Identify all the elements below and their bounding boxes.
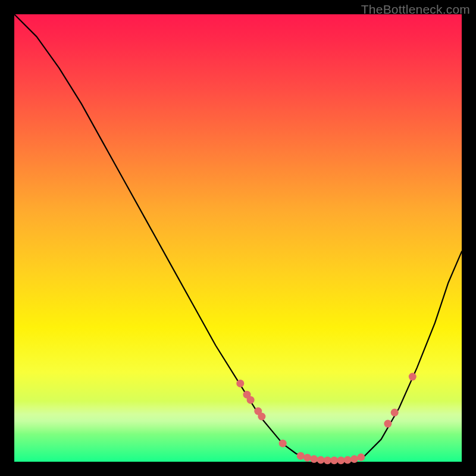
chart-marker — [409, 373, 416, 381]
chart-marker — [337, 456, 345, 464]
chart-marker — [258, 413, 265, 421]
chart-marker — [236, 380, 244, 387]
chart-markers — [236, 373, 416, 465]
chart-marker — [357, 453, 365, 461]
watermark-text: TheBottleneck.com — [361, 2, 470, 17]
chart-marker — [330, 456, 338, 464]
chart-marker — [344, 456, 352, 464]
chart-curve — [14, 14, 462, 461]
chart-frame — [14, 14, 462, 462]
chart-marker — [391, 409, 399, 416]
chart-marker — [247, 396, 255, 404]
chart-marker — [297, 452, 305, 460]
chart-marker — [310, 455, 318, 463]
chart-marker — [303, 454, 311, 462]
chart-marker — [324, 456, 331, 464]
chart-svg — [14, 14, 462, 462]
chart-marker — [350, 455, 358, 463]
chart-marker — [279, 440, 287, 447]
chart-marker — [384, 420, 392, 428]
chart-marker — [317, 456, 325, 464]
